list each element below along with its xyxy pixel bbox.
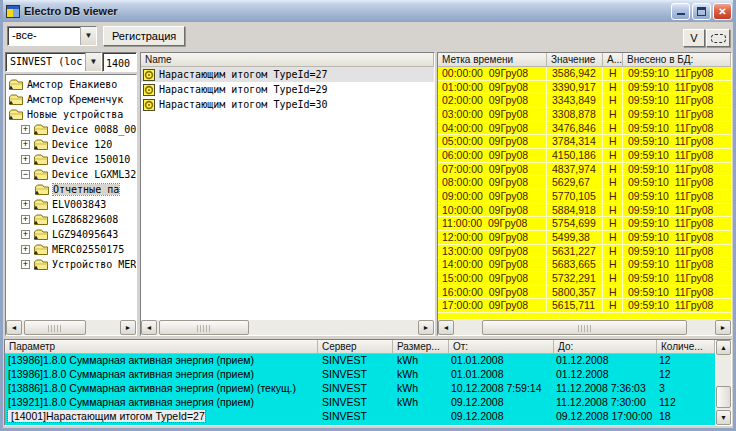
- values-row[interactable]: 06:00:00 09Гру084150,186Н09:59:10 11Гру0…: [438, 149, 731, 163]
- tree-item[interactable]: +Device 120: [6, 137, 136, 152]
- parameters-row[interactable]: [13886]1.8.0 Суммарная активная энергия …: [5, 382, 715, 396]
- values-column-header[interactable]: Внесено в БД:: [623, 53, 731, 67]
- values-row[interactable]: 08:00:00 09Гру085629,67Н09:59:10 11Гру08: [438, 176, 731, 190]
- close-button[interactable]: ✕: [713, 3, 732, 20]
- expand-icon[interactable]: +: [21, 140, 30, 149]
- tree-item[interactable]: +MERC02550175: [6, 242, 136, 257]
- scroll-thumb[interactable]: [482, 320, 687, 335]
- name-list-item[interactable]: Нарастающим итогом TypeId=27: [141, 67, 434, 82]
- tree-item[interactable]: +LGZ86829608: [6, 212, 136, 227]
- chevron-down-icon[interactable]: ▼: [85, 53, 101, 71]
- name-column-header[interactable]: Name: [141, 53, 434, 67]
- parameters-row[interactable]: [13921]1.8.0 Суммарная активная энергия …: [5, 396, 715, 410]
- server-combobox[interactable]: SINVEST (loc ▼: [5, 52, 102, 72]
- values-row[interactable]: 01:00:00 09Гру083390,917Н09:59:10 11Гру0…: [438, 81, 731, 95]
- port-input[interactable]: [102, 52, 137, 72]
- marquee-button[interactable]: [706, 29, 730, 47]
- values-column-header[interactable]: А...: [603, 53, 623, 67]
- values-row[interactable]: 12:00:00 09Гру085499,38Н09:59:10 11Гру08: [438, 231, 731, 245]
- tree-item-label[interactable]: LGZ94095643: [52, 229, 118, 240]
- tree-item-label[interactable]: Новые устройства: [27, 109, 123, 120]
- values-row[interactable]: 00:00:00 09Гру083586,942Н09:59:10 11Гру0…: [438, 67, 731, 81]
- expand-icon[interactable]: +: [21, 200, 30, 209]
- parameters-row[interactable]: [13986]1.8.0 Суммарная активная энергия …: [5, 368, 715, 382]
- parameters-column-header[interactable]: Размер...: [393, 340, 449, 354]
- tree-item[interactable]: Новые устройства: [6, 107, 136, 122]
- values-row[interactable]: 17:00:00 09Гру085615,711Н09:59:10 11Гру0…: [438, 299, 731, 313]
- parameters-column-header[interactable]: Сервер: [318, 340, 393, 354]
- scroll-right-icon[interactable]: ►: [715, 320, 731, 335]
- scroll-left-icon[interactable]: ◄: [141, 320, 157, 335]
- values-column-header[interactable]: Метка времени: [438, 53, 547, 67]
- title-bar[interactable]: Electro DB viewer ✕: [0, 0, 736, 22]
- scroll-right-icon[interactable]: ►: [120, 320, 136, 335]
- scroll-right-icon[interactable]: ►: [418, 320, 434, 335]
- parameters-column-header[interactable]: Параметр: [5, 340, 318, 354]
- tree-item-label[interactable]: ELV003843: [52, 199, 106, 210]
- tree-item[interactable]: Отчетные па: [6, 182, 136, 197]
- expand-icon[interactable]: +: [21, 125, 30, 134]
- expand-icon[interactable]: +: [21, 260, 30, 269]
- tree-item[interactable]: +Device 150010: [6, 152, 136, 167]
- scroll-down-icon[interactable]: ▼: [716, 410, 731, 425]
- parameters-row[interactable]: [14001]Нарастающим итогом TypeId=27SINVE…: [5, 410, 715, 424]
- tree-item[interactable]: +Device 0088_00: [6, 122, 136, 137]
- expand-icon[interactable]: +: [21, 245, 30, 254]
- values-row[interactable]: 09:00:00 09Гру085770,105Н09:59:10 11Гру0…: [438, 190, 731, 204]
- parameters-column-header[interactable]: Количе...: [657, 340, 715, 354]
- values-row[interactable]: 04:00:00 09Гру083476,846Н09:59:10 11Гру0…: [438, 122, 731, 136]
- tree-item-label[interactable]: LGZ86829608: [52, 214, 118, 225]
- values-column-header[interactable]: Значение: [547, 53, 603, 67]
- tree-item-label[interactable]: Амстор Енакиево: [27, 79, 117, 90]
- tree-item[interactable]: Амстор Енакиево: [6, 77, 136, 92]
- values-row[interactable]: 15:00:00 09Гру085732,291Н09:59:10 11Гру0…: [438, 272, 731, 286]
- name-header-label[interactable]: Name: [141, 53, 434, 67]
- values-header-row[interactable]: Метка времениЗначениеА...Внесено в БД:: [438, 53, 731, 67]
- parameters-column-header[interactable]: От:: [449, 340, 554, 354]
- expand-icon[interactable]: +: [21, 155, 30, 164]
- name-h-scrollbar[interactable]: ◄ ►: [141, 319, 434, 335]
- name-list-item[interactable]: Нарастающим итогом TypeId=29: [141, 82, 434, 97]
- scroll-thumb[interactable]: [716, 386, 731, 408]
- registration-button[interactable]: Регистрация: [103, 26, 185, 46]
- tree-item-label[interactable]: Device 0088_00: [52, 124, 136, 135]
- values-row[interactable]: 02:00:00 09Гру083343,849Н09:59:10 11Гру0…: [438, 94, 731, 108]
- tree-item[interactable]: +LGZ94095643: [6, 227, 136, 242]
- tree-item-label[interactable]: Амстор Кременчук: [27, 94, 123, 105]
- values-row[interactable]: 14:00:00 09Гру085683,665Н09:59:10 11Гру0…: [438, 258, 731, 272]
- tree-item[interactable]: Амстор Кременчук: [6, 92, 136, 107]
- collapse-icon[interactable]: −: [21, 170, 30, 179]
- values-row[interactable]: 11:00:00 09Гру085754,699Н09:59:10 11Гру0…: [438, 217, 731, 231]
- values-row[interactable]: 07:00:00 09Гру084837,974Н09:59:10 11Гру0…: [438, 163, 731, 177]
- scroll-thumb[interactable]: [159, 320, 249, 335]
- tree-item[interactable]: +Устройство MER: [6, 257, 136, 272]
- tree-item-label[interactable]: Device 150010: [52, 154, 130, 165]
- name-list-item[interactable]: Нарастающим итогом TypeId=30: [141, 97, 434, 112]
- tree-item-label[interactable]: Device LGXML32: [52, 169, 136, 180]
- values-row[interactable]: 05:00:00 09Гру083784,314Н09:59:10 11Гру0…: [438, 135, 731, 149]
- filter-combobox[interactable]: -все- ▼: [7, 26, 97, 46]
- scroll-up-icon[interactable]: ▲: [716, 340, 731, 355]
- parameters-row[interactable]: [13986]1.8.0 Суммарная активная энергия …: [5, 354, 715, 368]
- parameters-v-scrollbar[interactable]: ▲ ▼: [715, 340, 731, 425]
- scroll-thumb[interactable]: [24, 320, 86, 335]
- scroll-left-icon[interactable]: ◄: [6, 320, 22, 335]
- tree-item-label[interactable]: MERC02550175: [52, 244, 124, 255]
- values-row[interactable]: 03:00:00 09Гру083308,878Н09:59:10 11Гру0…: [438, 108, 731, 122]
- tree-item-label[interactable]: Отчетные па: [53, 184, 119, 195]
- chevron-down-icon[interactable]: ▼: [80, 27, 96, 45]
- tree-h-scrollbar[interactable]: ◄ ►: [6, 319, 136, 335]
- maximize-button[interactable]: [692, 3, 711, 20]
- values-h-scrollbar[interactable]: ◄ ►: [438, 319, 731, 335]
- values-row[interactable]: 10:00:00 09Гру085884,918Н09:59:10 11Гру0…: [438, 204, 731, 218]
- parameters-column-header[interactable]: До:: [554, 340, 657, 354]
- minimize-button[interactable]: [671, 3, 690, 20]
- tree-item[interactable]: +ELV003843: [6, 197, 136, 212]
- values-row[interactable]: 16:00:00 09Гру085800,357Н09:59:10 11Гру0…: [438, 286, 731, 300]
- tree-item-label[interactable]: Устройство MER: [52, 259, 136, 270]
- tree-item-label[interactable]: Device 120: [52, 139, 112, 150]
- v-button[interactable]: V: [683, 29, 705, 47]
- parameters-header-row[interactable]: ПараметрСерверРазмер...От:До:Количе...: [5, 340, 731, 354]
- values-row[interactable]: 13:00:00 09Гру085631,227Н09:59:10 11Гру0…: [438, 245, 731, 259]
- expand-icon[interactable]: +: [21, 215, 30, 224]
